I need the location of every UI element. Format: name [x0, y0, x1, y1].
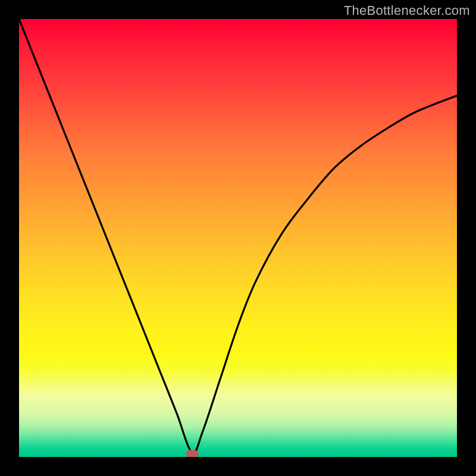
- chart-frame: TheBottlenecker.com: [0, 0, 476, 476]
- bottleneck-point-marker: [186, 450, 199, 457]
- plot-area: [19, 19, 457, 457]
- watermark-text: TheBottlenecker.com: [344, 3, 470, 18]
- bottleneck-curve: [19, 19, 457, 457]
